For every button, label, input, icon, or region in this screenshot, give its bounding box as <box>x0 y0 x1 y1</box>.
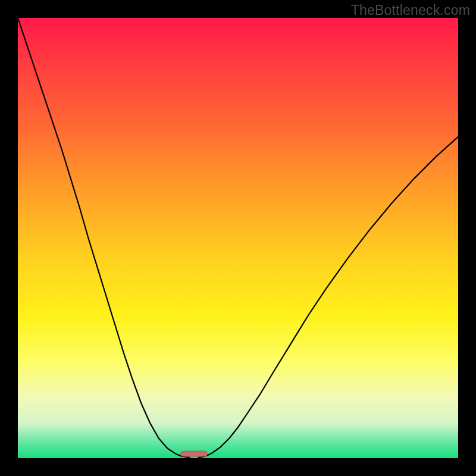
chart-frame: TheBottleneck.com <box>0 0 476 476</box>
chart-svg <box>18 18 458 458</box>
plot-area <box>18 18 458 458</box>
watermark-text: TheBottleneck.com <box>351 2 470 18</box>
curve-right <box>198 137 458 458</box>
minimum-marker <box>181 451 207 456</box>
curve-left <box>18 18 190 458</box>
